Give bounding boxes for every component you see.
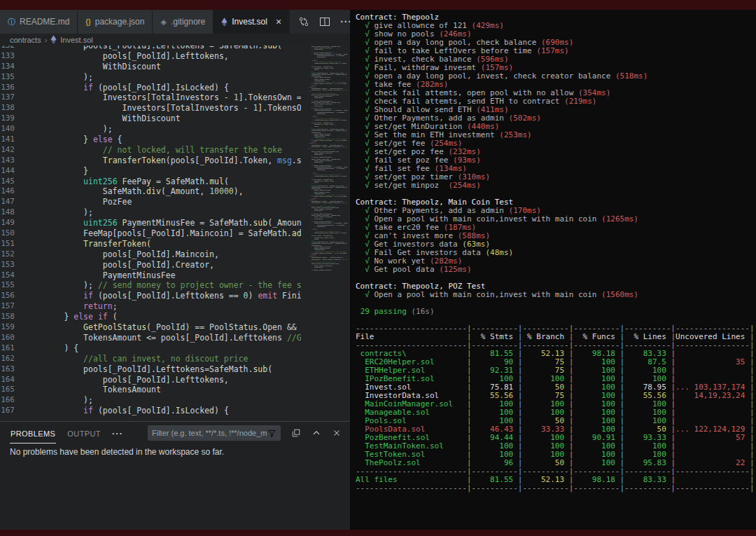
line-number: 141 — [0, 135, 25, 145]
line-number: 167 — [0, 406, 25, 416]
line-number: 135 — [0, 72, 25, 83]
line-number: 148 — [0, 207, 25, 218]
problems-panel: PROBLEMS OUTPUT ··· — [0, 421, 350, 530]
panel-more-icon[interactable]: ··· — [112, 428, 123, 439]
code-line: 162 //all can invest, no discout price — [0, 354, 301, 364]
line-number: 159 — [0, 322, 25, 333]
line-number: 150 — [0, 228, 25, 239]
tab-Invest.sol[interactable]: Invest.sol× — [214, 10, 290, 34]
tab-README.md[interactable]: ⓘREADME.md — [0, 10, 78, 34]
code-line: 163 pools[_PoolId].Lefttokens=SafeMath.s… — [0, 364, 301, 375]
editor-tabs: ⓘREADME.md{}package.json◈.gitignoreInves… — [0, 10, 290, 34]
line-number: 162 — [0, 354, 25, 364]
line-number: 139 — [0, 114, 25, 124]
bottom-accent-bar — [0, 530, 756, 536]
line-number: 165 — [0, 385, 25, 395]
tab-label: .gitignore — [171, 17, 205, 27]
line-number: 144 — [0, 166, 25, 177]
tab-.gitignore[interactable]: ◈.gitignore — [153, 10, 214, 34]
code-line: 161 ) { — [0, 343, 301, 354]
screen: ⓘREADME.md{}package.json◈.gitignoreInves… — [0, 0, 756, 536]
maximize-panel-icon[interactable] — [312, 428, 321, 438]
code-line: 166 ); — [0, 395, 301, 406]
main-row: ⓘREADME.md{}package.json◈.gitignoreInves… — [0, 10, 756, 530]
code-line: 135 ); — [0, 72, 301, 83]
line-number: 161 — [0, 343, 25, 354]
coverage-separator: ------------------------|----------|----… — [356, 484, 756, 493]
open-changes-icon[interactable] — [298, 16, 309, 27]
code-line: 165 TokensAmount — [0, 385, 301, 395]
top-accent-bar — [0, 0, 756, 10]
tab-package.json[interactable]: {}package.json — [78, 10, 153, 34]
tab-label: Invest.sol — [232, 17, 267, 27]
line-number: 154 — [0, 270, 25, 281]
terminal[interactable]: Contract: Thepoolz √ give allownce of 12… — [350, 10, 756, 530]
breadcrumb-file[interactable]: Invest.sol — [60, 36, 92, 44]
test-line: √ set/get minpoz (254ms) — [356, 181, 756, 190]
test-suite: Contract: Thepoolz, Main Coin Test √ Oth… — [356, 198, 756, 274]
code-line: 157 return; — [0, 301, 301, 312]
test-line: √ Open a pool with main coin,invest with… — [356, 291, 756, 299]
code-line: 144 } — [0, 166, 301, 177]
braces-icon: {} — [85, 18, 90, 26]
line-number: 142 — [0, 145, 25, 156]
line-number: 160 — [0, 333, 25, 343]
line-number: 138 — [0, 103, 25, 114]
code-line: 146 SafeMath.div(_Amount, 10000), — [0, 186, 301, 197]
code-editor[interactable]: 132 pools[_PoolId].Lefttokens = SafeMath… — [0, 46, 350, 421]
tab-label: README.md — [20, 17, 69, 27]
ethereum-icon — [50, 35, 57, 44]
line-number: 151 — [0, 239, 25, 249]
code-line: 156 if (pools[_PoolId].Lefttokens == 0) … — [0, 291, 301, 301]
line-number: 147 — [0, 197, 25, 207]
code-line: 164 pools[_PoolId].Lefttokens, — [0, 375, 301, 385]
line-number: 132 — [0, 46, 25, 51]
line-number: 143 — [0, 156, 25, 166]
line-number: 153 — [0, 260, 25, 270]
code-line: 155 ); // send money to project owner - … — [0, 280, 301, 291]
line-number: 166 — [0, 395, 25, 406]
editor-tab-bar: ⓘREADME.md{}package.json◈.gitignoreInves… — [0, 10, 350, 34]
problems-filter-input[interactable] — [152, 429, 267, 437]
code-line: 167 if (pools[_PoolId].IsLocked) { — [0, 406, 301, 416]
code-line: 138 Investors[TotalInvestors - 1].Tokens… — [0, 103, 301, 114]
info-icon: ⓘ — [8, 17, 15, 27]
code-lines: 132 pools[_PoolId].Lefttokens = SafeMath… — [0, 46, 301, 416]
minimap[interactable]: pools[_PoolId].Lefttokens = SafeMath.sub… — [303, 46, 348, 421]
code-line: 136 if (pools[_PoolId].IsLocked) { — [0, 83, 301, 93]
breadcrumb-folder[interactable]: contracts — [10, 36, 41, 44]
open-in-editor-icon[interactable] — [291, 428, 301, 438]
code-line: 147 PozFee — [0, 197, 301, 207]
code-line: 159 GetPoolStatus(_PoolId) == PoolStatus… — [0, 322, 301, 333]
minimap-content: pools[_PoolId].Lefttokens = SafeMath.sub… — [303, 46, 348, 271]
panel-icons — [291, 428, 342, 438]
line-number: 152 — [0, 249, 25, 260]
code-line: 152 pools[_PoolId].Maincoin, — [0, 249, 301, 260]
line-number: 134 — [0, 62, 25, 72]
diamond-icon: ◈ — [160, 18, 166, 27]
code-line: 137 Investors[TotalInvestors - 1].Tokens… — [0, 92, 301, 103]
split-editor-icon[interactable] — [319, 16, 330, 27]
code-line: 142 // not locked, will transfer the tok… — [0, 145, 301, 156]
line-number: 146 — [0, 186, 25, 197]
vscode-pane: ⓘREADME.md{}package.json◈.gitignoreInves… — [0, 10, 350, 530]
code-line: 140 ); — [0, 124, 301, 135]
code-line: 153 pools[_PoolId].Creator, — [0, 260, 301, 270]
code-line: 133 pools[_PoolId].Lefttokens, — [0, 51, 301, 62]
ethereum-icon — [221, 18, 227, 27]
close-panel-icon[interactable] — [332, 428, 342, 438]
line-number: 163 — [0, 364, 25, 375]
code-line: 150 FeeMap[pools[_PoolId].Maincoin] = Sa… — [0, 228, 301, 239]
tab-output[interactable]: OUTPUT — [66, 423, 102, 443]
code-line: 132 pools[_PoolId].Lefttokens = SafeMath… — [0, 46, 301, 51]
code-line: 143 TransferToken(pools[_PoolId].Token, … — [0, 156, 301, 166]
problems-message: No problems have been detected in the wo… — [0, 444, 350, 457]
code-line: 141 } else { — [0, 135, 301, 145]
problems-filter — [148, 425, 281, 441]
code-line: 148 ); — [0, 207, 301, 218]
filter-icon[interactable] — [267, 429, 276, 438]
tab-problems[interactable]: PROBLEMS — [10, 423, 56, 444]
code-line: 154 PaymentMinusFee — [0, 270, 301, 281]
test-suite: Contract: Thepoolz √ give allownce of 12… — [356, 13, 756, 190]
close-tab-icon[interactable]: × — [276, 17, 281, 27]
